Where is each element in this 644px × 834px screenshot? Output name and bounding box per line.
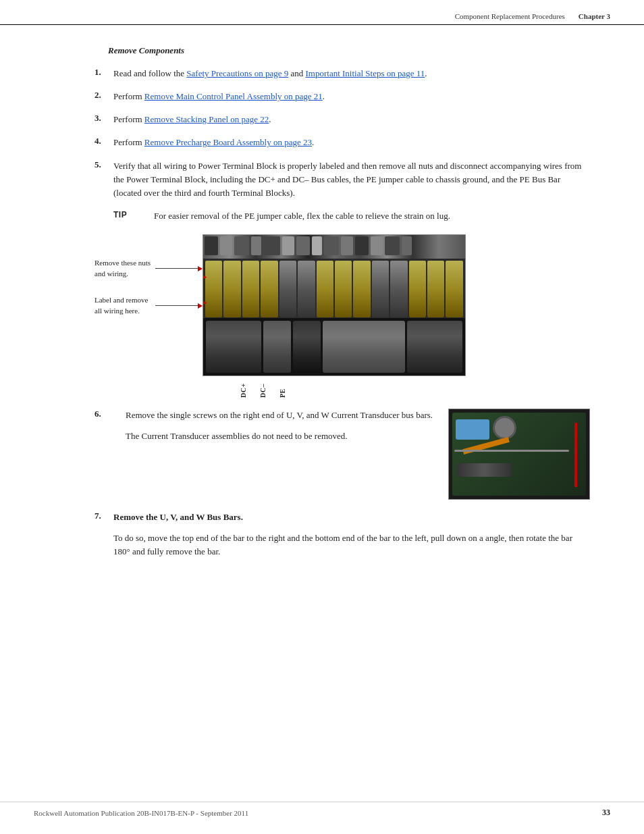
- cable-6: [282, 236, 294, 255]
- step-4: 4. Perform Remove Precharge Board Assemb…: [68, 136, 590, 149]
- step-2-text-before: Perform: [113, 91, 144, 101]
- step-7-row: 7. Remove the U, V, and W Bus Bars. To d…: [95, 511, 590, 558]
- step-4-number: 4.: [95, 136, 113, 147]
- dc-plus-label: DC+: [240, 379, 247, 398]
- tb-7: [317, 261, 333, 317]
- cables-top: [203, 235, 465, 259]
- chassis-1: [206, 321, 261, 373]
- step-7-content: Remove the U, V, and W Bus Bars. To do s…: [113, 511, 590, 558]
- step-1-number: 1.: [95, 67, 113, 78]
- tb-13: [427, 261, 444, 317]
- callout-text-1: Remove these nuts and wiring.: [95, 258, 155, 279]
- terminal-blocks-mid: [203, 259, 465, 319]
- cable-12: [371, 236, 383, 255]
- step-1-text-after: .: [425, 68, 427, 78]
- step-4-content: Perform Remove Precharge Board Assembly …: [113, 136, 590, 149]
- arrowhead-2: [198, 303, 203, 309]
- step-3-text-before: Perform: [113, 114, 144, 124]
- step-1-link1[interactable]: Safety Precautions on page 9: [186, 68, 288, 78]
- step-7-number: 7.: [95, 511, 113, 521]
- tip-label: TIP: [113, 209, 140, 219]
- step-3-number: 3.: [95, 113, 113, 124]
- tb-9: [353, 261, 370, 317]
- footer-page-num: 33: [602, 808, 610, 818]
- step-7-section: 7. Remove the U, V, and W Bus Bars. To d…: [68, 511, 590, 558]
- chassis-2: [263, 321, 291, 373]
- cable-13: [385, 236, 400, 255]
- tb-1: [205, 261, 222, 317]
- step-1-content: Read and follow the Safety Precautions o…: [113, 67, 590, 80]
- step-6-main-text: Remove the single screws on the right en…: [126, 409, 436, 422]
- step-3-content: Perform Remove Stacking Panel on page 22…: [113, 113, 590, 126]
- line-2: [155, 305, 198, 306]
- step-2: 2. Perform Remove Main Control Panel Ass…: [68, 90, 590, 103]
- cable-9: [324, 236, 339, 255]
- page-footer: Rockwell Automation Publication 20B-IN01…: [0, 802, 644, 818]
- step-5-content: Verify that all wiring to Power Terminal…: [113, 159, 590, 200]
- cable-11: [355, 236, 369, 255]
- step-6-section: 6. Remove the single screws on the right…: [68, 409, 590, 500]
- cable-8: [312, 236, 322, 255]
- red-arrow-1: ▶: [203, 270, 206, 283]
- step-6-content: Remove the single screws on the right en…: [126, 409, 436, 442]
- tb-3: [242, 261, 259, 317]
- header-info: Component Replacement Procedures Chapter…: [455, 12, 610, 20]
- tb-5: [279, 261, 296, 317]
- steps-list: 1. Read and follow the Safety Precaution…: [68, 67, 590, 200]
- section-title: Remove Components: [108, 45, 590, 56]
- step-5-number: 5.: [95, 159, 113, 170]
- content-area: Remove Components 1. Read and follow the…: [0, 25, 644, 599]
- line-1: [155, 268, 198, 269]
- footer-pub-info: Rockwell Automation Publication 20B-IN01…: [34, 809, 248, 817]
- connector: [457, 463, 511, 477]
- step-3: 3. Perform Remove Stacking Panel on page…: [68, 113, 590, 126]
- step-1: 1. Read and follow the Safety Precaution…: [68, 67, 590, 80]
- step-6-sub-text: The Current Transducer assemblies do not…: [126, 429, 436, 443]
- callout-labels: Remove these nuts and wiring. Label and …: [95, 234, 203, 316]
- step-2-content: Perform Remove Main Control Panel Assemb…: [113, 90, 590, 103]
- tb-6: [298, 261, 315, 317]
- tb-8: [335, 261, 352, 317]
- dc-minus-label: DC–: [259, 379, 267, 398]
- tb-4: [261, 261, 277, 317]
- step-1-text-mid: and: [288, 68, 305, 78]
- callout-item-1: Remove these nuts and wiring.: [95, 258, 203, 279]
- red-arrow-2: ▶: [203, 296, 206, 309]
- diagram-section: Remove these nuts and wiring. Label and …: [95, 234, 590, 398]
- step-1-text-before: Read and follow the: [113, 68, 186, 78]
- callout-line-2: [155, 303, 203, 309]
- transducer-image: [448, 409, 590, 500]
- callout-line-1: [155, 266, 203, 271]
- step-2-number: 2.: [95, 90, 113, 101]
- step-3-link1[interactable]: Remove Stacking Panel on page 22: [144, 114, 269, 124]
- tb-10: [372, 261, 389, 317]
- step-6-number: 6.: [95, 409, 113, 419]
- chassis-3: [293, 321, 321, 373]
- page-header: Component Replacement Procedures Chapter…: [0, 0, 644, 25]
- step-7-sub-text: To do so, move the top end of the bar to…: [113, 531, 590, 558]
- tb-2: [223, 261, 240, 317]
- header-section-title: Component Replacement Procedures: [455, 12, 565, 20]
- header-chapter-label: Chapter 3: [579, 12, 610, 20]
- step-3-text-after: .: [269, 114, 271, 124]
- tb-12: [409, 261, 426, 317]
- cable-1: [205, 236, 218, 255]
- step-2-text-after: .: [323, 91, 325, 101]
- pe-label: PE: [279, 379, 286, 398]
- cable-3: [234, 236, 249, 255]
- step-1-link2[interactable]: Important Initial Steps on page 11: [306, 68, 425, 78]
- tb-11: [390, 261, 407, 317]
- chassis-5: [407, 321, 462, 373]
- cable-7: [296, 236, 310, 255]
- component-blue: [456, 419, 489, 440]
- wiring-diagram: ▶ ▶: [203, 234, 466, 376]
- arrowhead-1: [198, 266, 203, 271]
- callout-item-2: Label and remove all wiring here.: [95, 295, 203, 316]
- cable-4: [251, 236, 261, 255]
- step-2-link1[interactable]: Remove Main Control Panel Assembly on pa…: [144, 91, 323, 101]
- step-5: 5. Verify that all wiring to Power Termi…: [68, 159, 590, 200]
- chassis-4: [323, 321, 406, 373]
- step-4-link1[interactable]: Remove Precharge Board Assembly on page …: [144, 137, 312, 147]
- callout-text-2: Label and remove all wiring here.: [95, 295, 155, 316]
- step-4-text-before: Perform: [113, 137, 144, 147]
